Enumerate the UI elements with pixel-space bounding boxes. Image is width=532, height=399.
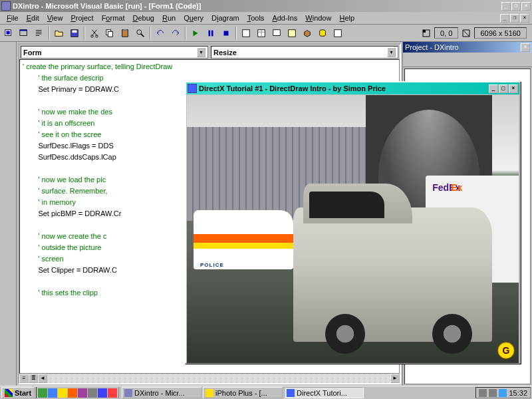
view-object-button[interactable] [418,55,430,65]
directx-window[interactable]: DirectX Tutorial #1 - DirectDraw Intro -… [185,81,521,364]
start-button[interactable] [188,26,203,40]
tray-icon[interactable] [479,389,487,397]
object-dropdown[interactable]: Form ▼ [21,46,208,59]
pane-close-button[interactable]: × [521,43,530,52]
menu-editor-button[interactable] [32,26,47,40]
dx-render-surface: G [187,95,519,363]
task-iphoto[interactable]: iPhoto Plus - [... [203,387,283,398]
scroll-track[interactable] [47,374,390,383]
cut-button[interactable] [87,26,102,40]
task-vb[interactable]: DXintro - Micr... [122,387,201,398]
object-browser-button[interactable] [285,26,299,40]
scroll-right-button[interactable]: ► [390,374,400,383]
quicklaunch-item[interactable] [98,388,107,398]
quicklaunch-item[interactable] [58,388,67,398]
clock[interactable]: 15:32 [509,389,527,397]
end-button[interactable] [219,26,233,40]
toolbox-button[interactable] [300,26,315,40]
data-view-button[interactable] [315,26,330,40]
scroll-left-button[interactable]: ◄ [38,374,47,383]
undo-button[interactable] [153,26,168,40]
list-constants-button[interactable] [1,57,15,70]
quicklaunch-item[interactable] [78,388,87,398]
find-button[interactable] [133,26,148,40]
paste-button[interactable] [118,26,132,40]
menu-addins[interactable]: Add-Ins [268,13,301,23]
vcm-button[interactable] [331,26,345,40]
menu-format[interactable]: Format [98,13,129,23]
menu-query[interactable]: Query [180,13,207,23]
menu-debug[interactable]: Debug [128,13,158,23]
break-button[interactable] [203,26,218,40]
menu-window[interactable]: Window [301,13,335,23]
comment-block-button[interactable] [1,155,15,168]
parameter-info-button[interactable] [1,85,15,98]
breakpoint-button[interactable] [1,141,15,154]
project-explorer-button[interactable] [239,26,253,40]
scene-wheel [432,314,472,354]
dx-close-button[interactable]: × [509,84,518,93]
redo-button[interactable] [168,26,183,40]
mdi-close-button[interactable]: × [520,14,529,23]
bookmark-button[interactable] [1,189,15,202]
outdent-button[interactable] [1,127,15,140]
scene-foreground-car [293,207,492,342]
quicklaunch-item[interactable] [38,388,47,398]
next-bookmark-button[interactable] [1,203,15,216]
tray-icon[interactable] [499,389,507,397]
add-form-button[interactable] [17,26,31,40]
menu-run[interactable]: Run [158,13,180,23]
save-button[interactable] [67,26,82,40]
properties-button[interactable] [254,26,269,40]
complete-word-button[interactable] [1,99,15,112]
menu-view[interactable]: View [43,13,67,23]
add-project-button[interactable] [1,26,16,40]
menu-help[interactable]: Help [335,13,358,23]
menu-file[interactable]: File [3,13,23,23]
proc-step-button[interactable] [1,245,15,258]
dropdown-arrow-icon[interactable]: ▼ [197,47,205,57]
procedure-dropdown[interactable]: Resize ▼ [211,46,398,59]
quicklaunch-item[interactable] [48,388,57,398]
mdi-window-controls: _ ❐ × [500,14,529,23]
dx-maximize-button[interactable]: □ [499,84,508,93]
toggle-folders-button[interactable] [432,55,444,65]
indent-button[interactable] [1,113,15,126]
menu-project[interactable]: Project [66,13,97,23]
minimize-button[interactable]: _ [501,2,511,11]
open-button[interactable] [52,26,66,40]
quick-info-button[interactable] [1,71,15,84]
prev-bookmark-button[interactable] [1,217,15,230]
project-pane-toolbar [403,53,532,67]
close-button[interactable]: × [521,2,531,11]
svg-rect-18 [273,29,281,35]
task-directx[interactable]: DirectX Tutori... [284,387,364,398]
uncomment-block-button[interactable] [1,175,15,188]
list-properties-button[interactable] [1,43,15,57]
quicklaunch-item[interactable] [108,388,117,398]
restore-button[interactable]: ❐ [511,2,521,11]
clear-bookmarks-button[interactable] [1,231,15,244]
copy-button[interactable] [102,26,117,40]
dx-app-icon [188,84,197,93]
start-button[interactable]: Start [1,387,35,398]
mdi-restore-button[interactable]: ❐ [510,14,519,23]
tray-icon[interactable] [489,389,497,397]
app-title: DXintro - Microsoft Visual Basic [run] -… [13,2,501,10]
dropdown-arrow-icon[interactable]: ▼ [387,47,396,57]
view-full-button[interactable]: ≡ [19,374,29,383]
mdi-minimize-button[interactable]: _ [500,14,509,23]
menu-tools[interactable]: Tools [243,13,269,23]
menu-diagram[interactable]: Diagram [207,13,243,23]
dx-titlebar[interactable]: DirectX Tutorial #1 - DirectDraw Intro -… [186,82,519,94]
form-layout-button[interactable] [269,26,284,40]
menu-edit[interactable]: Edit [23,13,43,23]
quicklaunch-item[interactable] [88,388,97,398]
horizontal-scrollbar[interactable]: ≡ ≣ ◄ ► [19,374,400,383]
svg-rect-19 [289,29,296,37]
view-proc-button[interactable]: ≣ [29,374,38,383]
dx-minimize-button[interactable]: _ [489,84,498,93]
step-into-button[interactable] [1,259,15,272]
view-code-button[interactable] [405,55,417,65]
quicklaunch-item[interactable] [68,388,77,398]
